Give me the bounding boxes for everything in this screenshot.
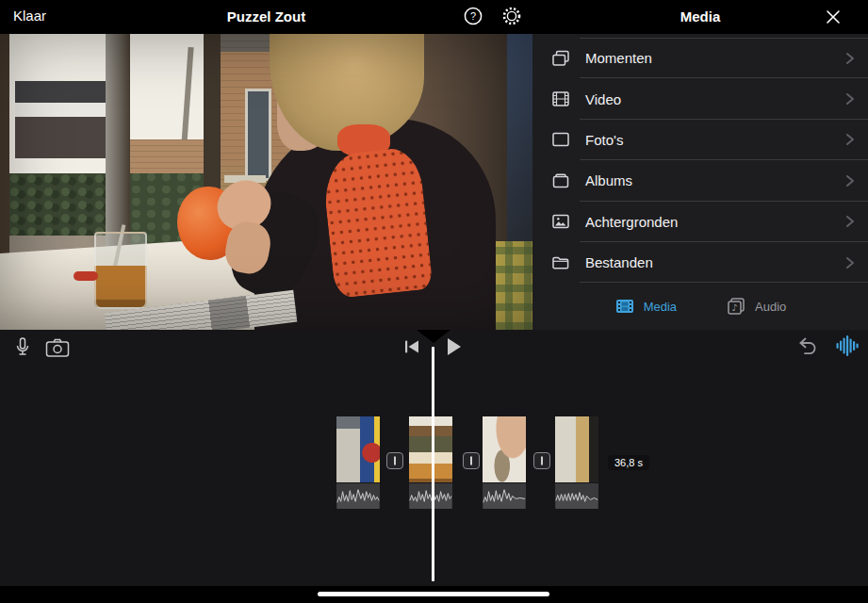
- chevron-right-icon: [842, 172, 859, 189]
- timeline-clip-1[interactable]: [336, 416, 380, 509]
- media-tab-icon: [614, 296, 635, 317]
- media-item-label: Bestanden: [585, 254, 653, 270]
- timeline-clip-2[interactable]: [409, 416, 452, 509]
- clip-thumbnail: [555, 416, 598, 482]
- media-item-achtergronden[interactable]: Achtergronden: [532, 202, 868, 242]
- microphone-icon: [9, 334, 36, 361]
- home-indicator[interactable]: [318, 592, 549, 596]
- moments-icon: [549, 47, 574, 70]
- media-item-label: Momenten: [585, 50, 652, 66]
- panel-tabs: Media ♪ Audio: [532, 289, 868, 323]
- clip-waveform: [555, 483, 598, 509]
- tab-audio[interactable]: ♪ Audio: [726, 296, 786, 317]
- chevron-right-icon: [842, 90, 859, 107]
- project-duration-badge: 36,8 s: [608, 455, 649, 470]
- playhead: [432, 347, 434, 581]
- imovie-app: Klaar Puzzel Zout ? Media: [0, 0, 868, 603]
- tab-media[interactable]: Media: [614, 296, 677, 317]
- media-item-label: Achtergronden: [585, 214, 678, 230]
- record-voiceover-button[interactable]: [9, 334, 36, 361]
- project-title: Puzzel Zout: [0, 8, 532, 24]
- media-item-video[interactable]: Video: [532, 78, 868, 119]
- clip-thumbnail: [409, 416, 452, 482]
- clip-waveform: [336, 483, 380, 509]
- help-icon: ?: [463, 6, 483, 26]
- bottom-strip: [0, 586, 868, 603]
- chevron-right-icon: [842, 50, 859, 67]
- media-item-label: Albums: [585, 172, 632, 188]
- media-item-bestanden[interactable]: Bestanden: [532, 242, 868, 283]
- media-list: Momenten Video Foto's: [532, 38, 868, 283]
- media-item-fotos[interactable]: Foto's: [532, 120, 868, 160]
- video-preview[interactable]: [0, 34, 532, 330]
- clip-thumbnail: [336, 416, 380, 482]
- clip-thumbnail: [483, 416, 526, 482]
- audio-waveform-toggle-button[interactable]: [833, 334, 860, 358]
- audio-tab-icon: ♪: [726, 296, 746, 317]
- timeline-clip-4[interactable]: [555, 416, 598, 509]
- media-panel: Momenten Video Foto's: [532, 34, 868, 330]
- timeline: 36,8 s: [0, 330, 868, 586]
- settings-button[interactable]: [500, 5, 523, 27]
- transition-button-2[interactable]: [463, 452, 480, 469]
- media-item-albums[interactable]: Albums: [532, 160, 868, 201]
- film-icon: [549, 88, 574, 110]
- clip-waveform: [409, 483, 452, 509]
- album-icon: [549, 170, 574, 192]
- skip-to-start-button[interactable]: [401, 336, 422, 357]
- chevron-right-icon: [842, 254, 859, 271]
- gear-icon: [500, 5, 523, 27]
- audio-waveform-icon: [833, 334, 860, 358]
- tab-audio-label: Audio: [755, 300, 786, 314]
- undo-button[interactable]: [795, 335, 820, 358]
- play-button[interactable]: [441, 334, 466, 359]
- transition-button-3[interactable]: [533, 452, 550, 469]
- undo-icon: [795, 335, 820, 358]
- media-item-label: Video: [585, 91, 621, 107]
- tab-media-label: Media: [644, 300, 677, 314]
- camera-icon: [43, 336, 72, 361]
- media-item-momenten[interactable]: Momenten: [532, 38, 868, 78]
- record-camera-button[interactable]: [43, 336, 72, 361]
- scene-vignette: [0, 34, 532, 330]
- transition-button-1[interactable]: [386, 452, 403, 469]
- svg-text:?: ?: [470, 10, 476, 22]
- chevron-right-icon: [842, 131, 859, 148]
- media-item-label: Foto's: [585, 132, 623, 148]
- photo-icon: [549, 128, 574, 151]
- play-icon: [441, 334, 466, 359]
- background-image-icon: [549, 210, 574, 233]
- chevron-right-icon: [842, 213, 859, 230]
- clip-waveform: [483, 483, 526, 509]
- svg-text:♪: ♪: [731, 302, 737, 313]
- skip-to-start-icon: [401, 336, 422, 357]
- close-media-panel-button[interactable]: [824, 8, 843, 26]
- timeline-clip-3[interactable]: [483, 416, 526, 509]
- help-button[interactable]: ?: [463, 6, 483, 26]
- top-bar: Klaar Puzzel Zout ? Media: [0, 0, 868, 34]
- close-icon: [824, 8, 843, 26]
- media-panel-title: Media: [532, 8, 868, 24]
- folder-icon: [549, 252, 574, 274]
